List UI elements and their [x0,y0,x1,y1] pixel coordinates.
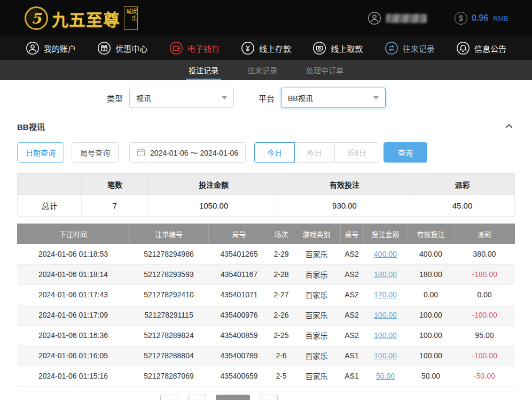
cell-game-type: 百家乐 [293,244,340,264]
cell-bet-amount[interactable]: 50.00 [363,366,408,386]
nav-item-announcements[interactable]: 信息公告 [456,41,506,55]
type-select[interactable]: 视讯 [129,88,234,108]
filter-row: 类型 视讯 平台 BB视讯 [0,80,532,112]
cell-round-no: 435400789 [208,345,270,366]
calendar-icon [137,148,145,157]
sub-tabbar: 投注记录 往来记录 处理中订单 [0,60,532,80]
last-8-days-button[interactable]: 近8日 [334,142,379,163]
round-query-button[interactable]: 局号查询 [72,142,119,163]
cell-round-no: 435400976 [208,305,270,325]
cell-session: 2-28 [270,264,293,284]
yesterday-button[interactable]: 昨日 [294,142,335,163]
summary-table: 笔数 投注金额 有效投注 派彩 总计 7 1050.00 930.00 45.0… [17,173,515,217]
pagination-button-3[interactable] [260,395,278,400]
cell-bet-time: 2024-01-06 01:18:14 [17,264,129,284]
header-bet-time: 下注时间 [17,224,129,244]
nav-item-ewallet[interactable]: 电子钱包 [169,41,220,55]
logo-emblem-icon: 5 [25,6,48,30]
nav-item-transaction-records[interactable]: 往来记录 [385,41,435,55]
search-button[interactable]: 查询 [384,142,427,163]
cell-bet-amount[interactable]: 120.00 [363,284,408,305]
nav-label: 我的账户 [44,43,76,54]
nav-label: 线上存款 [259,43,291,54]
cell-table-no: AS1 [340,345,363,366]
today-button[interactable]: 今日 [254,142,295,163]
wallet-icon [169,41,183,55]
summary-total-label: 总计 [18,195,82,217]
section-title: BB视讯 [17,121,45,132]
collapse-section-button[interactable] [503,120,515,132]
user-icon [367,11,381,25]
cell-session: 2-26 [270,305,293,325]
nav-item-promotions[interactable]: 优惠中心 [97,41,147,55]
cell-payout: 95.00 [454,325,515,345]
cell-bet-id: 521278292410 [129,284,208,305]
topbar-right: $ 0.96 RMB [367,11,508,25]
bet-table-row: 2024-01-06 01:15:16521278287069435400659… [17,366,515,386]
summary-bet-amount-value: 1050.00 [148,195,279,217]
cell-valid-bet: 100.00 [408,305,454,325]
chevron-down-icon [222,96,227,99]
header-session: 场次 [270,224,293,244]
bet-table-body: 2024-01-06 01:18:53521278294986435401265… [17,244,515,386]
cell-bet-time: 2024-01-06 01:18:53 [17,244,129,264]
site-logo[interactable]: 5 九五至尊 娱乐城 [25,6,138,30]
header-bet-id: 注单编号 [129,224,208,244]
balance-area[interactable]: $ 0.96 RMB [455,12,508,25]
transfer-arrows-icon [385,41,398,55]
pagination-button-1[interactable] [160,395,178,400]
balance-currency: RMB [493,14,508,22]
cell-bet-id: 521278294986 [129,244,208,264]
cell-payout: -180.00 [454,264,515,284]
pagination-button-2[interactable] [188,395,206,400]
cell-bet-amount[interactable]: 100.00 [363,325,408,345]
tab-processing-orders[interactable]: 处理中订单 [303,60,346,80]
header-game-type: 游戏类别 [293,224,340,244]
bet-table-row: 2024-01-06 01:18:14521278293593435401167… [17,264,515,284]
content-area: BB视讯 日期查询 局号查询 2024-01-06 ～ 2024-01-06 今… [0,118,532,400]
cell-valid-bet: 50.00 [408,366,454,386]
cell-bet-amount[interactable]: 400.00 [363,244,408,264]
summary-valid-bet-value: 930.00 [279,195,410,217]
pagination-button-active[interactable] [216,395,250,400]
date-range-picker[interactable]: 2024-01-06 ～ 2024-01-06 [129,142,246,163]
bet-table-row: 2024-01-06 01:17:43521278292410435401071… [17,284,515,305]
bet-table-row: 2024-01-06 01:16:36521278289824435400859… [17,325,515,345]
cell-valid-bet: 100.00 [408,325,454,345]
cell-bet-amount[interactable]: 100.00 [363,305,408,325]
dollar-coin-icon: $ [455,12,467,25]
nav-item-online-withdrawal[interactable]: 线上取款 [312,41,363,55]
page: 5 九五至尊 娱乐城 $ 0.96 RMB 我的账户 优惠中心 [0,0,532,400]
cell-bet-id: 521278291115 [129,305,208,325]
nav-item-my-account[interactable]: 我的账户 [26,41,76,55]
cell-table-no: AS2 [340,244,363,264]
cell-bet-time: 2024-01-06 01:15:16 [17,366,129,386]
cell-bet-amount[interactable]: 100.00 [363,345,408,366]
cell-valid-bet: 100.00 [408,345,454,366]
bet-table-row: 2024-01-06 01:17:09521278291115435400976… [17,305,515,325]
cell-round-no: 435400659 [208,366,270,386]
summary-header-blank [18,174,82,195]
header-bet-amount: 投注金额 [363,224,408,244]
platform-label: 平台 [259,93,275,104]
platform-select[interactable]: BB视讯 [281,88,386,108]
summary-header-bet-amount: 投注金额 [148,174,279,195]
summary-total-row: 总计 7 1050.00 930.00 45.00 [18,195,515,217]
user-account-area[interactable] [367,11,427,25]
cell-session: 2-25 [270,325,293,345]
cell-table-no: AS2 [340,264,363,284]
cell-round-no: 435400859 [208,325,270,345]
cell-game-type: 百家乐 [293,345,340,366]
main-nav: 我的账户 优惠中心 电子钱包 线上存款 线上取款 往来记录 信息公告 [0,36,532,60]
cell-bet-amount[interactable]: 180.00 [363,264,408,284]
tab-bet-records[interactable]: 投注记录 [186,60,221,80]
bet-table-header-row: 下注时间 注单编号 局号 场次 游戏类别 桌号 投注金额 有效投注 派彩 [17,224,515,244]
tab-transaction-records[interactable]: 往来记录 [245,60,280,80]
date-query-button[interactable]: 日期查询 [17,142,64,163]
cell-bet-id: 521278287069 [129,366,208,386]
header-payout: 派彩 [454,224,515,244]
user-icon [26,41,40,55]
nav-item-online-deposit[interactable]: 线上存款 [241,41,291,55]
logo-text: 九五至尊 [52,6,120,30]
banknote-icon [312,41,326,55]
